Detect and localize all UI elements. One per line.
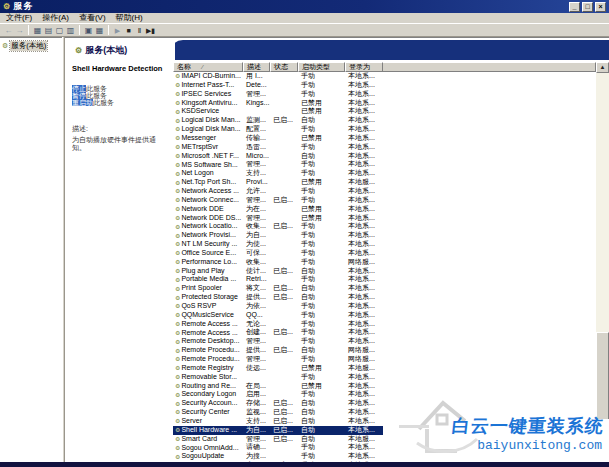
- table-row[interactable]: ⚙Network Access ...允许...手动本地系...: [173, 187, 383, 196]
- table-row[interactable]: ⚙Network Locatio...收集...已启...手动本地系...: [173, 222, 383, 231]
- properties-icon[interactable]: ▤: [43, 25, 54, 36]
- table-row[interactable]: ⚙Network DDE DS...管理...已禁用本地系...: [173, 214, 383, 223]
- tree-item-services-local[interactable]: ⚙ 服务(本地): [0, 41, 62, 51]
- startup-type-cell: 手动: [298, 160, 345, 169]
- service-name-text: Network Locatio...: [181, 222, 237, 231]
- table-row[interactable]: ⚙Remote Desktop...管理...手动本地系...: [173, 337, 383, 346]
- show-console-tree-icon[interactable]: ▦: [32, 25, 43, 36]
- table-row[interactable]: ⚙QQMusicServiceQQ...手动本地系...: [173, 311, 383, 320]
- table-row[interactable]: ⚙Performance Lo...收集...手动网络服...: [173, 258, 383, 267]
- minimize-button[interactable]: _: [569, 2, 580, 12]
- close-button[interactable]: ×: [595, 2, 606, 12]
- export-list-icon[interactable]: ▥: [65, 25, 76, 36]
- column-header-name[interactable]: 名称∕: [173, 62, 243, 72]
- menu-item-view[interactable]: 查看(V): [74, 13, 111, 23]
- table-row[interactable]: ⚙Remote Registry使远...已禁用本地服...: [173, 364, 383, 373]
- table-row[interactable]: ⚙Kingsoft Antiviru...Kings...已禁用本地系...: [173, 99, 383, 108]
- table-row[interactable]: ⚙Sogou OmniAdd...请确...手动本地系...: [173, 443, 383, 452]
- table-row[interactable]: ⚙Microsoft .NET F...Micro...自动本地系...: [173, 152, 383, 161]
- description-cell: [243, 373, 270, 382]
- description-cell: 配置...: [243, 125, 270, 134]
- table-row[interactable]: ⚙Security Accoun...存储...已启...自动本地系...: [173, 399, 383, 408]
- table-row[interactable]: ⚙Remote Access ...创建...已启...手动本地系...: [173, 328, 383, 337]
- gears-icon: ⚙: [175, 383, 180, 389]
- gears-icon: ⚙: [175, 118, 180, 124]
- banner-band: [171, 40, 609, 60]
- table-row[interactable]: ⚙Plug and Play使计...已启...自动本地系...: [173, 267, 383, 276]
- service-name-text: Office Source E...: [181, 249, 236, 258]
- table-row[interactable]: ⚙NT LM Security ...为使...手动本地系...: [173, 240, 383, 249]
- service-name-text: Secondary Logon: [181, 390, 236, 399]
- stop-service-icon[interactable]: ■: [123, 25, 134, 36]
- table-row[interactable]: ⚙Office Source E...可保...手动本地系...: [173, 249, 383, 258]
- pause-service-icon[interactable]: Ⅱ: [134, 25, 145, 36]
- table-row[interactable]: ⚙KSDService已禁用本地系...: [173, 107, 383, 116]
- table-row[interactable]: ⚙Messenger传输...已禁用本地系...: [173, 134, 383, 143]
- logon-as-cell: 本地系...: [345, 275, 383, 284]
- startup-type-cell: 已禁用: [298, 364, 345, 373]
- toolbar-separator: [28, 25, 29, 35]
- extended-view-icon[interactable]: ▦: [94, 25, 105, 36]
- table-row[interactable]: ⚙Routing and Re...在局...已禁用本地系...: [173, 382, 383, 391]
- logon-as-cell: 本地系...: [345, 337, 383, 346]
- table-row[interactable]: ⚙Print Spooler将文...已启...自动本地系...: [173, 284, 383, 293]
- table-row[interactable]: ⚙QoS RSVP为依...手动本地系...: [173, 302, 383, 311]
- table-row[interactable]: ⚙Remote Access ...无论...手动本地系...: [173, 320, 383, 329]
- table-row[interactable]: ⚙METrsptSvr迅雷...手动本地系...: [173, 143, 383, 152]
- panel-title: 服务(本地): [85, 44, 127, 57]
- help-icon[interactable]: ▣: [83, 25, 94, 36]
- logon-as-cell: 本地系...: [345, 302, 383, 311]
- table-row[interactable]: ⚙Remote Procedu...提供...已启...自动网络服...: [173, 346, 383, 355]
- column-header-description[interactable]: 描述: [243, 62, 270, 72]
- column-header-logon-as[interactable]: 登录为: [345, 62, 383, 72]
- table-row[interactable]: ⚙Network Provisi...为自...手动本地系...: [173, 231, 383, 240]
- logon-as-cell: 本地系...: [345, 196, 383, 205]
- service-name-text: Network Provisi...: [181, 231, 235, 240]
- column-header-status[interactable]: 状态: [270, 62, 298, 72]
- service-name-cell: ⚙Remote Procedu...: [173, 355, 243, 364]
- column-header-startup-type[interactable]: 启动类型: [298, 62, 345, 72]
- start-service-icon[interactable]: ▶: [112, 25, 123, 36]
- table-row[interactable]: ⚙Server支持...已启...自动本地系...: [173, 417, 383, 426]
- service-name-cell: ⚙Kingsoft Antiviru...: [173, 99, 243, 108]
- gears-icon: ⚙: [175, 330, 180, 336]
- table-row[interactable]: ⚙Net.Tcp Port Sh...Provi...已禁用本地服...: [173, 178, 383, 187]
- logon-as-cell: 本地系...: [345, 72, 383, 81]
- table-row[interactable]: ⚙Secondary Logon启用...手动本地系...: [173, 390, 383, 399]
- forward-icon[interactable]: →: [14, 25, 25, 36]
- table-row[interactable]: ⚙Removable Stor...手动本地系...: [173, 373, 383, 382]
- status-cell: 已启...: [270, 328, 298, 337]
- scroll-up-button[interactable]: ▲: [596, 62, 609, 73]
- refresh-icon[interactable]: ▢: [54, 25, 65, 36]
- table-row[interactable]: ⚙Portable Media ...Retri...手动本地系...: [173, 275, 383, 284]
- logon-as-cell: 本地系...: [345, 249, 383, 258]
- back-icon[interactable]: ←: [3, 25, 14, 36]
- menu-item-help[interactable]: 帮助(H): [111, 13, 148, 23]
- table-row[interactable]: ⚙Net Logon支持...手动本地系...: [173, 169, 383, 178]
- description-cell: QQ...: [243, 311, 270, 320]
- description-cell: 管理...: [243, 337, 270, 346]
- table-row[interactable]: ⚙Logical Disk Man...配置...手动本地系...: [173, 125, 383, 134]
- table-row[interactable]: ⚙Shell Hardware ...为自...已启...自动本地系...: [173, 426, 383, 435]
- description-cell: 为依...: [243, 302, 270, 311]
- menu-item-action[interactable]: 操作(A): [37, 13, 74, 23]
- table-row[interactable]: ⚙Protected Storage提供...已启...自动本地系...: [173, 293, 383, 302]
- table-row[interactable]: ⚙IPSEC Services管理...手动本地系...: [173, 90, 383, 99]
- restart-service-link[interactable]: 重启动此服务: [72, 100, 169, 107]
- table-row[interactable]: ⚙Smart Card管理...已启...自动本地服...: [173, 435, 383, 444]
- table-row[interactable]: ⚙MS Software Sh...管理...手动本地系...: [173, 160, 383, 169]
- status-cell: [270, 240, 298, 249]
- table-row[interactable]: ⚙Remote Procedu...管理...手动网络服...: [173, 355, 383, 364]
- table-row[interactable]: ⚙IMAPI CD-Burnin...用 I...手动本地系...: [173, 72, 383, 81]
- table-row[interactable]: ⚙Logical Disk Man...监测...已启...自动本地系...: [173, 116, 383, 125]
- menu-item-file[interactable]: 文件(F): [1, 13, 37, 23]
- restart-service-icon[interactable]: ▶▮: [145, 25, 156, 36]
- gears-icon: ⚙: [175, 233, 180, 239]
- restore-button[interactable]: □: [582, 2, 593, 12]
- table-row[interactable]: ⚙Security Center监视...已启...自动本地系...: [173, 408, 383, 417]
- table-row[interactable]: ⚙Network Connec...管理...已启...手动本地系...: [173, 196, 383, 205]
- table-row[interactable]: ⚙Network DDE为在...已禁用本地系...: [173, 205, 383, 214]
- status-cell: [270, 364, 298, 373]
- table-row[interactable]: ⚙Internet Pass-T...Dete...手动本地系...: [173, 81, 383, 90]
- table-row[interactable]: ⚙SogouUpdate为搜...手动本地系...: [173, 452, 383, 461]
